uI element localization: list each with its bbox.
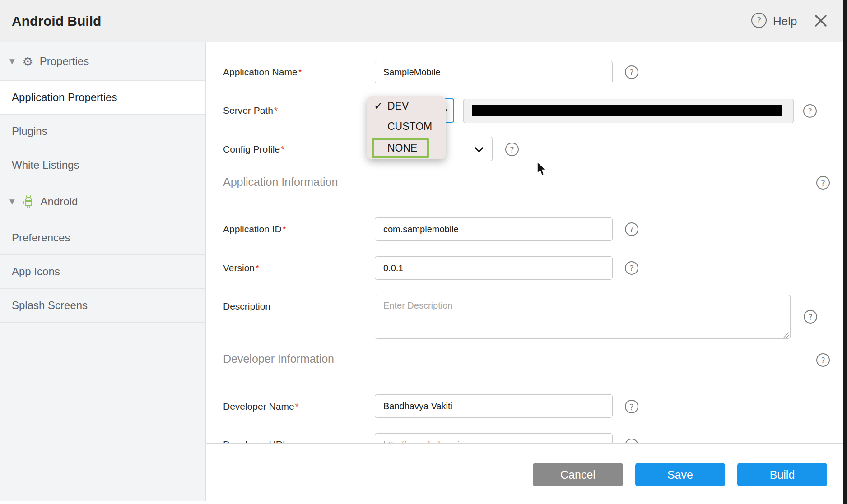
required-asterisk: * (295, 401, 299, 412)
required-asterisk: * (283, 224, 286, 234)
chevron-down-icon (475, 143, 484, 153)
config-profile-help-icon[interactable]: ? (505, 143, 519, 156)
sidebar-item-label: Preferences (12, 231, 70, 244)
form-panel: Application Name* ? Server Path* ? Confi… (206, 42, 843, 444)
developer-name-label: Developer Name* (223, 400, 299, 413)
sidebar-item-application-properties[interactable]: Application Properties (0, 81, 205, 115)
question-mark-glyph: ? (821, 356, 825, 365)
section-divider (223, 376, 836, 376)
build-button[interactable]: Build (737, 463, 827, 486)
question-mark-glyph: ? (629, 225, 634, 234)
server-path-help-icon[interactable]: ? (803, 104, 817, 118)
section-divider (223, 199, 836, 199)
dialog-header: Android Build ? Help (0, 0, 843, 42)
sidebar-group-android[interactable]: ▼ Android (0, 182, 205, 221)
chevron-down-triangle-icon: ▼ (9, 57, 15, 65)
server-path-dropdown-menu: ✓ DEV CUSTOM NONE (367, 96, 446, 159)
developer-name-input[interactable] (375, 394, 613, 418)
screen-edge (843, 0, 847, 504)
sidebar-item-label: Splash Screens (12, 299, 88, 312)
application-information-title: Application Information (223, 176, 338, 189)
question-mark-glyph: ? (808, 312, 813, 322)
sidebar-group-label: Properties (40, 55, 89, 68)
android-build-dialog: Android Build ? Help ▼ ⚙ Properties Appl… (0, 0, 847, 504)
save-button[interactable]: Save (635, 463, 725, 486)
version-help-icon[interactable]: ? (625, 261, 638, 275)
developer-url-input[interactable] (375, 433, 613, 444)
application-name-label: Application Name* (223, 65, 302, 79)
android-robot-icon (23, 194, 34, 209)
question-mark-glyph: ? (510, 145, 514, 154)
sidebar-item-label: App Icons (12, 265, 60, 278)
sidebar: ▼ ⚙ Properties Application Properties Pl… (0, 42, 206, 501)
application-id-help-icon[interactable]: ? (625, 222, 638, 236)
question-mark-glyph: ? (808, 106, 812, 116)
sidebar-item-preferences[interactable]: Preferences (0, 221, 205, 255)
application-name-input[interactable] (375, 61, 613, 83)
application-id-input[interactable] (375, 217, 613, 241)
version-label: Version* (223, 261, 259, 275)
sidebar-item-label: Application Properties (12, 91, 117, 104)
sidebar-group-label: Android (41, 195, 78, 208)
required-asterisk: * (298, 67, 302, 77)
help-circle-icon[interactable]: ? (751, 13, 767, 28)
close-icon[interactable] (813, 13, 829, 29)
resize-grip-icon[interactable] (782, 331, 789, 340)
sidebar-item-label: White Listings (12, 159, 79, 171)
check-icon: ✓ (374, 96, 383, 116)
dialog-title: Android Build (12, 0, 101, 42)
sidebar-item-white-listings[interactable]: White Listings (0, 148, 205, 182)
sidebar-item-label: Plugins (12, 125, 47, 138)
dropdown-option-custom[interactable]: CUSTOM (367, 116, 446, 137)
sidebar-group-properties[interactable]: ▼ ⚙ Properties (0, 42, 205, 81)
question-mark-glyph: ? (821, 178, 825, 188)
redacted-value (472, 105, 782, 116)
question-mark-glyph: ? (629, 402, 634, 412)
required-asterisk: * (274, 105, 278, 116)
required-asterisk: * (281, 144, 284, 154)
config-profile-label: Config Profile* (223, 143, 284, 156)
application-information-help-icon[interactable]: ? (816, 176, 830, 190)
dropdown-option-label: DEV (387, 96, 409, 116)
application-name-help-icon[interactable]: ? (625, 65, 638, 79)
cancel-button[interactable]: Cancel (533, 463, 623, 486)
sidebar-item-app-icons[interactable]: App Icons (0, 255, 205, 289)
help-button[interactable]: Help (773, 0, 797, 42)
question-mark-glyph: ? (629, 264, 634, 273)
highlight-box (372, 138, 429, 158)
description-textarea[interactable] (375, 295, 791, 339)
server-path-label: Server Path* (223, 104, 278, 117)
sidebar-item-splash-screens[interactable]: Splash Screens (0, 289, 205, 323)
required-asterisk: * (256, 263, 259, 273)
dropdown-option-label: CUSTOM (387, 116, 432, 137)
question-mark-glyph: ? (757, 15, 762, 26)
developer-name-help-icon[interactable]: ? (625, 400, 638, 413)
question-mark-glyph: ? (629, 68, 634, 77)
developer-url-label: Developer URL (223, 438, 288, 444)
description-help-icon[interactable]: ? (804, 310, 817, 324)
question-mark-glyph: ? (629, 441, 634, 444)
description-label: Description (223, 300, 270, 313)
application-id-label: Application ID* (223, 222, 286, 236)
dropdown-option-dev[interactable]: ✓ DEV (367, 96, 446, 116)
chevron-down-triangle-icon: ▼ (9, 198, 15, 206)
developer-information-title: Developer Information (223, 352, 334, 365)
developer-information-help-icon[interactable]: ? (816, 353, 830, 367)
developer-url-help-icon[interactable]: ? (625, 439, 638, 444)
server-path-url-field[interactable] (463, 99, 794, 123)
version-input[interactable] (375, 256, 613, 280)
gear-icon: ⚙ (23, 55, 33, 68)
sidebar-item-plugins[interactable]: Plugins (0, 115, 205, 148)
